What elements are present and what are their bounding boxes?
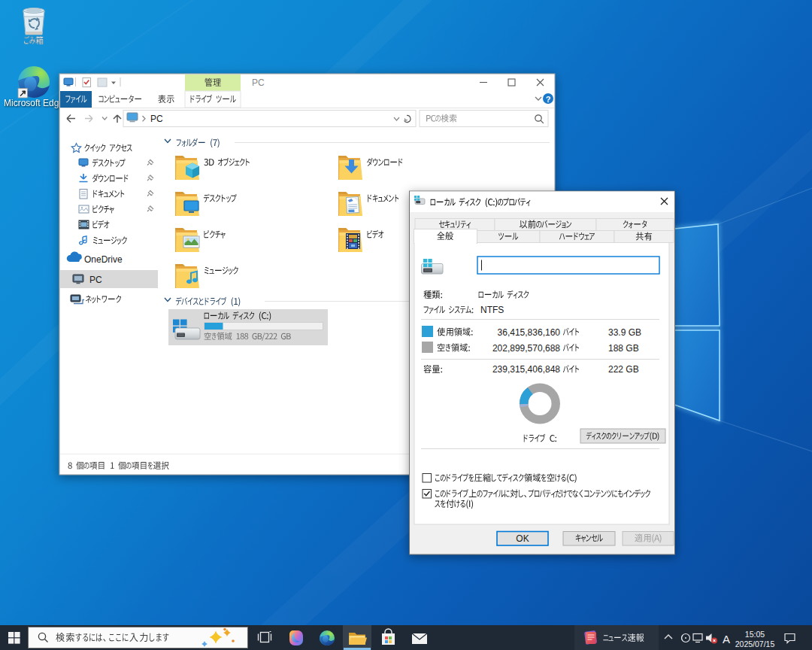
svg-text:222 GB: 222 GB bbox=[608, 364, 639, 375]
svg-text:188 GB: 188 GB bbox=[608, 343, 639, 354]
svg-text:NTFS: NTFS bbox=[480, 305, 504, 315]
svg-text:Microsoft Edge: Microsoft Edge bbox=[4, 98, 64, 108]
svg-text:?: ? bbox=[546, 95, 551, 104]
svg-text:239,315,406,848: 239,315,406,848 bbox=[492, 364, 560, 375]
svg-text:PC: PC bbox=[252, 77, 265, 88]
svg-text:36,415,836,160: 36,415,836,160 bbox=[498, 327, 561, 338]
svg-text:33.9 GB: 33.9 GB bbox=[608, 327, 641, 338]
svg-text:15:05: 15:05 bbox=[745, 630, 765, 639]
svg-text:PC: PC bbox=[89, 275, 102, 285]
svg-text:PC: PC bbox=[150, 114, 163, 124]
svg-text:OK: OK bbox=[516, 533, 529, 544]
svg-text:A: A bbox=[723, 633, 730, 645]
svg-text:2025/07/15: 2025/07/15 bbox=[735, 639, 775, 648]
svg-text:202,899,570,688: 202,899,570,688 bbox=[492, 343, 560, 354]
svg-text:OneDrive: OneDrive bbox=[84, 254, 123, 265]
